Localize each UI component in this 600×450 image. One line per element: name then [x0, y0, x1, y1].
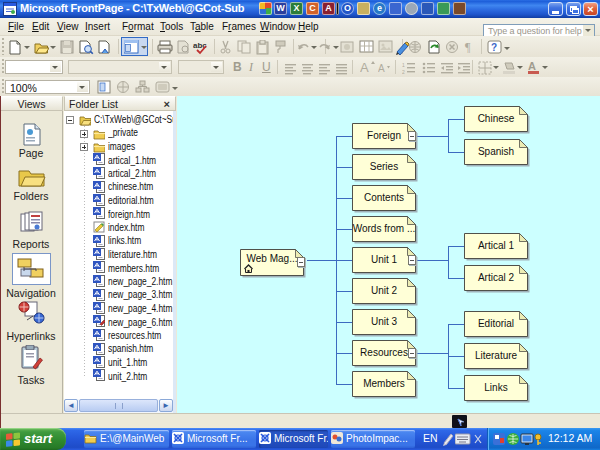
svg-text:abc: abc — [193, 41, 207, 50]
svg-text:2: 2 — [402, 69, 405, 75]
svg-text:A: A — [360, 60, 369, 75]
svg-text:1: 1 — [402, 62, 405, 68]
svg-text:?: ? — [491, 42, 497, 53]
svg-text:A: A — [378, 63, 385, 74]
svg-text:¶: ¶ — [465, 40, 471, 53]
svg-text:A: A — [528, 60, 536, 72]
